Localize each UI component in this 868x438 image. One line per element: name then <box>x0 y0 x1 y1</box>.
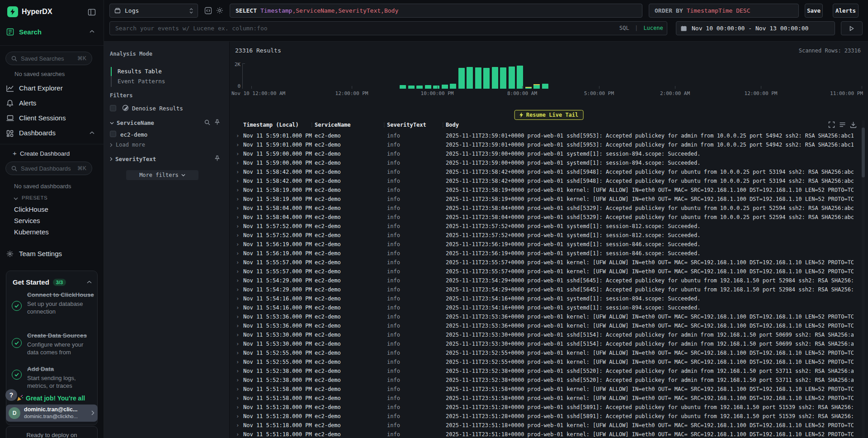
row-expand-chevron-icon[interactable]: › <box>236 359 239 365</box>
row-expand-chevron-icon[interactable]: › <box>236 241 239 248</box>
histogram-bar[interactable] <box>450 84 456 89</box>
scrollbar-thumb[interactable] <box>862 128 865 177</box>
histogram-bar[interactable] <box>509 67 515 89</box>
table-row[interactable]: ›Nov 11 5:55:57.000 PMec2-demoinfo2025-1… <box>230 267 861 276</box>
table-row[interactable]: ›Nov 11 5:54:16.000 PMec2-demoinfo2025-1… <box>230 303 861 312</box>
create-dashboard-button[interactable]: Create Dashboard <box>20 150 70 157</box>
denoise-checkbox[interactable] <box>110 105 116 111</box>
histogram-bar[interactable] <box>525 87 532 89</box>
table-row[interactable]: ›Nov 11 5:56:19.000 PMec2-demoinfo2025-1… <box>230 240 861 249</box>
histogram-bar[interactable] <box>475 67 481 89</box>
row-expand-chevron-icon[interactable]: › <box>236 332 239 338</box>
table-row[interactable]: ›Nov 11 5:58:19.000 PMec2-demoinfo2025-1… <box>230 195 861 204</box>
column-separator[interactable]: ⋮ <box>382 122 387 128</box>
source-select[interactable]: Logs <box>109 4 198 18</box>
histogram-bar[interactable] <box>400 85 406 89</box>
row-expand-chevron-icon[interactable]: › <box>236 350 239 356</box>
table-row[interactable]: ›Nov 11 5:59:01.000 PMec2-demoinfo2025-1… <box>230 131 861 140</box>
row-expand-chevron-icon[interactable]: › <box>236 133 239 139</box>
get-started-step[interactable]: Connect to ClickHouse Set up your databa… <box>27 291 94 316</box>
row-expand-chevron-icon[interactable]: › <box>236 413 239 419</box>
table-row[interactable]: ›Nov 11 5:52:55.000 PMec2-demoinfo2025-1… <box>230 357 861 367</box>
row-expand-chevron-icon[interactable]: › <box>236 160 239 166</box>
table-row[interactable]: ›Nov 11 5:53:30.000 PMec2-demoinfo2025-1… <box>230 339 861 348</box>
row-expand-chevron-icon[interactable]: › <box>236 250 239 257</box>
order-by-input[interactable]: ORDER BY TimestampTime DESC <box>649 4 799 18</box>
table-row[interactable]: ›Nov 11 5:55:57.000 PMec2-demoinfo2025-1… <box>230 258 861 267</box>
row-expand-chevron-icon[interactable]: › <box>236 386 239 392</box>
row-expand-chevron-icon[interactable]: › <box>236 431 239 438</box>
row-expand-chevron-icon[interactable]: › <box>236 205 239 211</box>
column-separator[interactable]: ⋮ <box>309 122 315 128</box>
row-expand-chevron-icon[interactable]: › <box>236 341 239 347</box>
table-row[interactable]: ›Nov 11 5:58:42.000 PMec2-demoinfo2025-1… <box>230 176 861 186</box>
table-row[interactable]: ›Nov 11 5:54:29.000 PMec2-demoinfo2025-1… <box>230 285 861 294</box>
histogram-bar[interactable] <box>433 86 439 89</box>
mode-results-table[interactable]: Results Table <box>118 68 162 75</box>
table-row[interactable]: ›Nov 11 5:57:52.000 PMec2-demoinfo2025-1… <box>230 222 861 231</box>
table-row[interactable]: ›Nov 11 5:57:52.000 PMec2-demoinfo2025-1… <box>230 231 861 240</box>
save-button[interactable]: Save <box>805 4 823 18</box>
sidebar-item-clickhouse[interactable]: ClickHouse <box>14 205 48 213</box>
col-header-timestamp[interactable]: Timestamp (Local) <box>243 122 299 128</box>
row-expand-chevron-icon[interactable]: › <box>236 196 239 202</box>
more-filters-button[interactable]: More filters <box>126 170 198 180</box>
row-expand-chevron-icon[interactable]: › <box>236 286 239 293</box>
row-expand-chevron-icon[interactable]: › <box>236 151 239 157</box>
mode-event-patterns[interactable]: Event Patterns <box>118 78 165 85</box>
download-csv-icon[interactable] <box>850 121 857 128</box>
table-row[interactable]: ›Nov 11 5:59:01.000 PMec2-demoinfo2025-1… <box>230 140 861 149</box>
filter-search-icon[interactable] <box>204 119 210 125</box>
row-expand-chevron-icon[interactable]: › <box>236 214 239 220</box>
pin-icon[interactable] <box>214 119 220 125</box>
query-settings-gear-icon[interactable] <box>216 7 223 14</box>
table-row[interactable]: ›Nov 11 5:56:19.000 PMec2-demoinfo2025-1… <box>230 249 861 258</box>
row-expand-chevron-icon[interactable]: › <box>236 395 239 401</box>
row-expand-chevron-icon[interactable]: › <box>236 268 239 275</box>
dashboards-collapse-chevron-icon[interactable] <box>90 131 94 134</box>
row-expand-chevron-icon[interactable]: › <box>236 223 239 229</box>
sidebar-item-alerts[interactable]: Alerts <box>19 99 36 107</box>
expand-table-icon[interactable] <box>828 121 835 128</box>
user-menu[interactable]: D dominic.tran@clic... dominic.tran@clic… <box>6 405 98 422</box>
table-row[interactable]: ›Nov 11 5:53:36.000 PMec2-demoinfo2025-1… <box>230 321 861 330</box>
row-expand-chevron-icon[interactable]: › <box>236 295 239 302</box>
denoise-label[interactable]: Denoise Results <box>132 105 183 112</box>
row-expand-chevron-icon[interactable]: › <box>236 277 239 284</box>
sidebar-item-chart-explorer[interactable]: Chart Explorer <box>19 84 63 92</box>
saved-dashboards-input[interactable]: Saved Dashboards ⌘K <box>5 162 92 175</box>
histogram-bar[interactable] <box>408 86 415 89</box>
code-editor-icon[interactable] <box>204 7 212 14</box>
run-query-button[interactable] <box>841 21 863 35</box>
row-expand-chevron-icon[interactable]: › <box>236 323 239 329</box>
sidebar-item-kubernetes[interactable]: Kubernetes <box>14 228 49 236</box>
table-row[interactable]: ›Nov 11 5:53:36.000 PMec2-demoinfo2025-1… <box>230 312 861 321</box>
filter-group-servicename[interactable]: ServiceName <box>110 119 154 126</box>
table-row[interactable]: ›Nov 11 5:52:38.000 PMec2-demoinfo2025-1… <box>230 367 861 376</box>
table-row[interactable]: ›Nov 11 5:54:29.000 PMec2-demoinfo2025-1… <box>230 276 861 285</box>
row-expand-chevron-icon[interactable]: › <box>236 422 239 428</box>
histogram-bar[interactable] <box>458 68 465 89</box>
servicename-ec2-demo-checkbox[interactable] <box>110 131 116 137</box>
table-row[interactable]: ›Nov 11 5:51:18.000 PMec2-demoinfo2025-1… <box>230 430 861 438</box>
help-button[interactable]: ? <box>5 389 17 401</box>
table-row[interactable]: ›Nov 11 5:58:04.000 PMec2-demoinfo2025-1… <box>230 213 861 222</box>
row-expand-chevron-icon[interactable]: › <box>236 368 239 374</box>
sidebar-item-dashboards[interactable]: Dashboards <box>19 129 56 137</box>
row-expand-chevron-icon[interactable]: › <box>236 232 239 238</box>
sidebar-item-services[interactable]: Services <box>14 217 40 224</box>
histogram-bar[interactable] <box>442 85 448 89</box>
resume-live-tail-button[interactable]: Resume Live Tail <box>514 110 584 120</box>
lucene-mode-button[interactable]: Lucene <box>643 25 663 31</box>
search-collapse-chevron-icon[interactable] <box>90 30 94 33</box>
row-expand-chevron-icon[interactable]: › <box>236 377 239 383</box>
sidebar-item-client-sessions[interactable]: Client Sessions <box>19 114 66 122</box>
histogram-bar[interactable] <box>416 86 423 89</box>
table-row[interactable]: ›Nov 11 5:51:58.000 PMec2-demoinfo2025-1… <box>230 385 861 394</box>
histogram-bar[interactable] <box>492 67 498 89</box>
table-row[interactable]: ›Nov 11 5:52:55.000 PMec2-demoinfo2025-1… <box>230 348 861 357</box>
histogram-bar[interactable] <box>483 68 490 89</box>
col-header-severitytext[interactable]: SeverityText <box>387 122 426 128</box>
histogram-bar[interactable] <box>467 67 473 89</box>
table-row[interactable]: ›Nov 11 5:58:19.000 PMec2-demoinfo2025-1… <box>230 186 861 195</box>
